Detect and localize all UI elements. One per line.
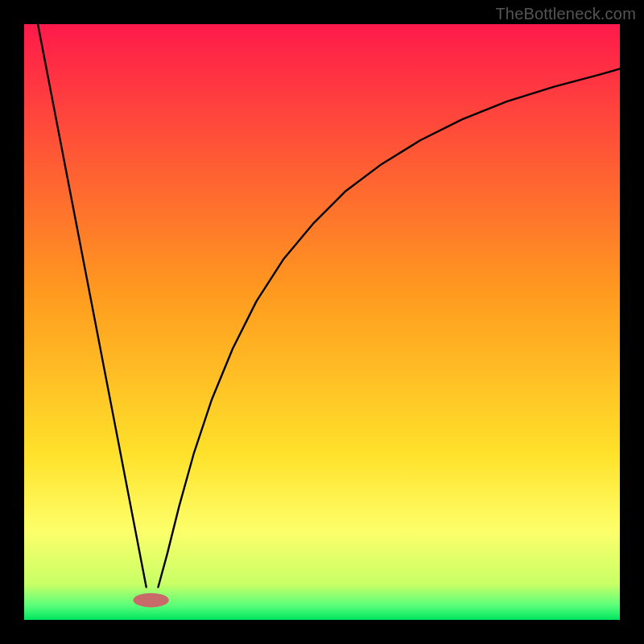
attribution-text: TheBottleneck.com [495,5,636,23]
marker-group [133,593,168,608]
chart-svg [24,24,620,620]
chart-frame: TheBottleneck.com [0,0,644,644]
plot-area [24,24,620,620]
bottleneck-marker [133,593,168,608]
gradient-background [24,24,620,620]
